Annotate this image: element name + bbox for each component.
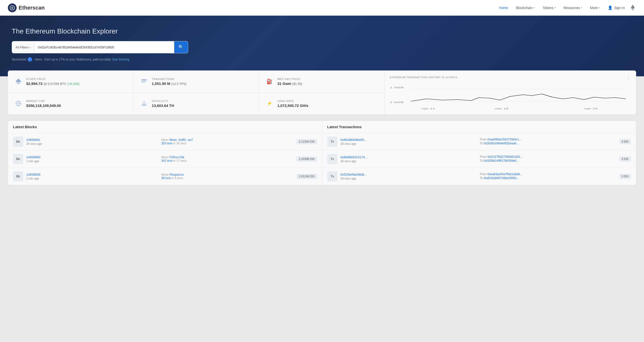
block-txns-link[interactable]: 39 txns xyxy=(161,176,171,180)
search-filter-dropdown[interactable]: All Filters ▾ xyxy=(12,41,34,53)
tx-to[interactable]: 0xd533a949740bb3306d... xyxy=(484,176,519,180)
tx-from[interactable]: 0xae89fab1504733d4c1... xyxy=(488,138,522,141)
latest-blocks-panel: Latest Blocks Bk 14658661 28 secs ago Mi… xyxy=(8,121,322,185)
transactions-label: TRANSACTIONS xyxy=(152,78,187,80)
miner-link[interactable]: Miner: 0x8f0...be7 xyxy=(170,138,193,142)
tx-to[interactable]: 0x2b591e99afe9f32eaa6... xyxy=(484,142,519,145)
nav-home[interactable]: Home xyxy=(496,4,512,12)
search-button[interactable]: 🔍 xyxy=(174,41,188,53)
miner-link[interactable]: F2Pool Old xyxy=(170,156,184,159)
sponsored-label: Sponsored: xyxy=(12,58,27,61)
bk-badge: Bk xyxy=(13,137,23,147)
nav-resources[interactable]: Resources ▾ xyxy=(560,4,586,12)
block-item: Bk 14658659 1 min ago Miner Flexpool.io … xyxy=(8,168,322,185)
ether-price-label: ETHER PRICE xyxy=(26,78,80,80)
tx-time: 28 secs ago xyxy=(340,142,477,146)
nexo-icon xyxy=(28,57,32,62)
svg-text:Apr 18: Apr 18 xyxy=(494,107,508,110)
brand[interactable]: Etherscan xyxy=(8,3,44,12)
tx-badge: Tx xyxy=(327,137,338,147)
market-cap-stat: MARKET CAP $356,118,109,549.00 xyxy=(8,93,134,115)
difficulty-value: 13,603.64 TH xyxy=(152,104,174,108)
ether-price-value: $2,994.72 @ 0.07396 BTC (+6.11%) xyxy=(26,81,80,86)
chart-title-text: ETHEREUM TRANSACTION HISTORY IN 14 DAYS xyxy=(390,76,457,79)
difficulty-icon xyxy=(140,99,148,108)
market-cap-icon xyxy=(14,99,23,108)
hash-rate-label: HASH RATE xyxy=(277,100,308,103)
filter-chevron: ▾ xyxy=(30,46,30,49)
tx-time: 28 secs ago xyxy=(340,160,477,163)
latest-transactions-title: Latest Transactions xyxy=(322,121,636,133)
latest-blocks-title: Latest Blocks xyxy=(8,121,322,133)
resources-chevron: ▾ xyxy=(581,6,582,9)
search-input[interactable] xyxy=(34,41,174,53)
chart-more-icon[interactable]: ⋮ xyxy=(626,75,631,80)
difficulty-label: DIFFICULTY xyxy=(152,100,174,103)
block-number[interactable]: 14658661 xyxy=(26,138,40,142)
tx-time: 28 secs ago xyxy=(340,177,477,180)
ether-price-stat: ETHER PRICE $2,994.72 @ 0.07396 BTC (+6.… xyxy=(8,71,134,93)
user-icon: 👤 xyxy=(608,5,613,10)
hash-rate-stat: ⚡ HASH RATE 1,072,505.72 GH/s xyxy=(259,93,385,115)
block-txns-link[interactable]: 342 txns xyxy=(161,159,172,163)
svg-marker-17 xyxy=(142,103,146,106)
block-reward: 2.12344 Eth xyxy=(296,139,317,144)
tx-hash[interactable]: 0x525b49af36b8... xyxy=(340,173,477,176)
tx-item: Tx 0xf82d80b98a55... 28 secs ago From 0x… xyxy=(322,133,636,151)
tx-amount: 0 Eth xyxy=(619,156,631,162)
transactions-list: Tx 0xf82d80b98a55... 28 secs ago From 0x… xyxy=(322,133,636,185)
block-item: Bk 14658660 1 min ago Miner F2Pool Old 3… xyxy=(8,151,322,168)
tx-to[interactable]: 0x3209d14ff61766359e6... xyxy=(484,159,519,163)
block-time: 1 min ago xyxy=(26,160,158,163)
latest-transactions-panel: Latest Transactions Tx 0xf82d80b98a55...… xyxy=(322,121,636,185)
tx-amount: 0 Eth xyxy=(619,174,631,179)
svg-text:Apr 11: Apr 11 xyxy=(421,107,435,110)
search-icon: 🔍 xyxy=(178,44,184,50)
tx-hash[interactable]: 0xf82d80b98a55... xyxy=(340,138,477,142)
tx-from[interactable]: 0xf1327f6327685d0c2d3... xyxy=(488,155,522,159)
nav-blockchain[interactable]: Blockchain ▾ xyxy=(513,4,538,12)
nav-tokens[interactable]: Tokens ▾ xyxy=(539,4,559,12)
transactions-stat: TRANSACTIONS 1,551.90 M (12.5 TPS) xyxy=(134,71,260,93)
tx-hash[interactable]: 0x8b89b53c5174... xyxy=(340,155,477,159)
med-gas-stat: ⛽ MED GAS PRICE 31 Gwei ($1.95) xyxy=(259,71,385,93)
svg-text:Apr 25: Apr 25 xyxy=(584,107,598,110)
block-time: 28 secs ago xyxy=(26,142,158,146)
sponsored-bar: Sponsored: - Nexo - Earn up to 17% on yo… xyxy=(12,57,632,62)
sponsored-cta[interactable]: Start Earning xyxy=(112,58,129,61)
more-chevron: ▾ xyxy=(599,6,600,9)
eth-logo-icon xyxy=(629,4,636,11)
transactions-value: 1,551.90 M (12.5 TPS) xyxy=(152,81,187,86)
svg-text:1 020k: 1 020k xyxy=(390,101,404,104)
blockchain-chevron: ▾ xyxy=(534,6,535,9)
hash-rate-icon: ⚡ xyxy=(265,99,274,108)
tx-badge: Tx xyxy=(327,154,338,164)
blocks-list: Bk 14658661 28 secs ago Miner Miner: 0x8… xyxy=(8,133,322,185)
miner-link[interactable]: Flexpool.io xyxy=(170,173,184,176)
svg-rect-3 xyxy=(141,79,147,80)
brand-name: Etherscan xyxy=(18,5,44,11)
tx-badge: Tx xyxy=(327,171,338,181)
hero-section: The Ethereum Blockchain Explorer All Fil… xyxy=(0,16,644,76)
svg-rect-5 xyxy=(141,82,145,82)
tx-from[interactable]: 0xea63ac94a7ffab1a8a8... xyxy=(488,172,522,176)
navbar: Etherscan Home Blockchain ▾ Tokens ▾ Res… xyxy=(0,0,644,16)
tx-item: Tx 0x8b89b53c5174... 28 secs ago From 0x… xyxy=(322,151,636,168)
svg-text:1 260k: 1 260k xyxy=(390,86,404,89)
market-cap-value: $356,118,109,549.00 xyxy=(26,104,61,108)
brand-icon xyxy=(8,3,17,12)
ether-price-icon xyxy=(14,77,23,86)
block-number[interactable]: 14658659 xyxy=(26,173,40,176)
med-gas-value: 31 Gwei ($1.95) xyxy=(277,81,302,86)
nav-more[interactable]: More ▾ xyxy=(587,4,604,12)
transactions-icon xyxy=(140,77,148,86)
block-txns-link[interactable]: 253 txns xyxy=(161,142,172,145)
signin-button[interactable]: 👤 Sign In xyxy=(604,3,628,12)
hero-title: The Ethereum Blockchain Explorer xyxy=(12,27,632,35)
stats-card: ETHER PRICE $2,994.72 @ 0.07396 BTC (+6.… xyxy=(8,70,636,115)
svg-rect-4 xyxy=(141,80,147,81)
block-number[interactable]: 14658660 xyxy=(26,155,40,159)
block-reward: 2.01248 Eth xyxy=(296,174,317,179)
bk-badge: Bk xyxy=(13,154,23,164)
bk-badge: Bk xyxy=(13,171,23,181)
